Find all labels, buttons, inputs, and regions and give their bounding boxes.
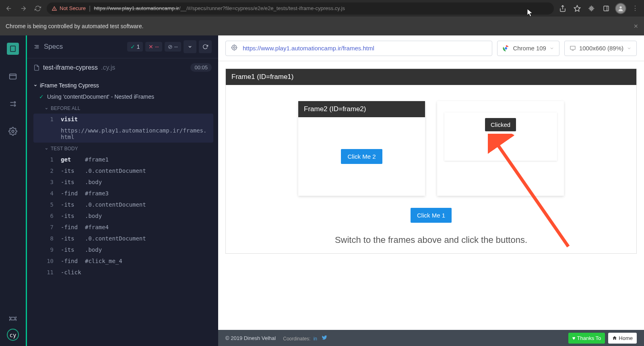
cypress-icon-sidebar: cy (0, 35, 26, 346)
automation-banner: Chrome is being controlled by automated … (0, 17, 644, 35)
svg-point-9 (14, 105, 16, 106)
extensions-icon[interactable] (586, 3, 597, 14)
debug-nav-icon[interactable] (7, 98, 19, 110)
frame4: Clicked (444, 112, 557, 161)
copyright-text: © 2019 Dinesh Velhal (225, 335, 276, 341)
pass-count: ✓1 (127, 42, 143, 52)
reload-button[interactable] (32, 3, 43, 14)
command-row[interactable]: 7-find#frame4 (33, 222, 218, 233)
thanks-button[interactable]: ♥ Thanks To (568, 333, 605, 344)
mouse-cursor-icon (527, 9, 534, 17)
clicked-button[interactable]: Clicked (485, 118, 516, 131)
command-row[interactable]: 8-its.0.contentDocument (33, 233, 218, 244)
back-button[interactable] (3, 3, 14, 14)
app-url-text: https://www.play1.automationcamp.ir/fram… (243, 45, 374, 52)
command-row[interactable]: 10-find#click_me_4 (33, 255, 218, 267)
linkedin-icon[interactable]: in (314, 336, 317, 342)
browser-selector[interactable]: Chrome 109 (497, 41, 559, 56)
specs-heading: Specs (33, 43, 63, 51)
runs-nav-icon[interactable] (7, 71, 19, 82)
profile-avatar-icon (616, 4, 625, 13)
home-button[interactable]: Home (608, 333, 637, 344)
cypress-command-panel: Specs ✓1 ✕-- ⊘-- test-iframe-cypress.cy.… (26, 35, 218, 346)
not-secure-badge: Not Secure (52, 5, 86, 11)
url-text: https://www.play1.automationcamp.ir/__/#… (94, 5, 345, 11)
svg-point-10 (12, 130, 14, 133)
fail-count: ✕-- (145, 42, 162, 52)
test-body-label: TEST BODY (33, 143, 218, 154)
app-footer: © 2019 Dinesh Velhal Coordinates: in ♥ T… (218, 330, 644, 346)
pending-count: ⊘-- (165, 42, 181, 52)
banner-close-icon[interactable]: ✕ (634, 23, 638, 29)
svg-rect-0 (604, 6, 609, 11)
svg-point-8 (14, 102, 16, 104)
frame1: Frame1 (ID=frame1) Frame2 (ID=frame2) Cl… (225, 68, 637, 254)
check-icon: ✓ (39, 93, 44, 100)
click-me-1-button[interactable]: Click Me 1 (411, 208, 452, 223)
svg-rect-3 (10, 46, 15, 52)
command-row[interactable]: 1get#frame1 (33, 154, 218, 165)
command-row[interactable]: 1visithttps://www.play1.automationcamp.i… (33, 114, 213, 143)
command-row[interactable]: 4-find#frame3 (33, 188, 218, 199)
before-all-label: BEFORE ALL (33, 102, 218, 114)
svg-rect-24 (570, 46, 575, 49)
settings-nav-icon[interactable] (7, 126, 19, 137)
svg-point-23 (505, 47, 507, 50)
app-url-box[interactable]: https://www.play1.automationcamp.ir/fram… (225, 41, 492, 56)
frame2-header: Frame2 (ID=frame2) (298, 101, 425, 117)
profile-button[interactable] (615, 3, 626, 14)
click-me-2-button[interactable]: Click Me 2 (341, 149, 382, 164)
suite-title[interactable]: iFrame Testing Cypress (33, 80, 218, 91)
svg-point-2 (619, 6, 621, 8)
viewport-selector[interactable]: 1000x660 (89%) (564, 41, 637, 56)
frame2: Frame2 (ID=frame2) Click Me 2 (298, 101, 425, 196)
twitter-icon[interactable] (322, 336, 327, 342)
command-row[interactable]: 2-its.0.contentDocument (33, 165, 218, 176)
command-row[interactable]: 9-its.body (33, 244, 218, 255)
panel-icon[interactable] (601, 3, 612, 14)
keyboard-icon[interactable] (9, 315, 17, 323)
command-row[interactable]: 5-its.0.contentDocument (33, 199, 218, 210)
test-title[interactable]: ✓ Using 'contentDocument' - Nested iFram… (33, 91, 218, 102)
command-row[interactable]: 11-click (33, 267, 218, 278)
selector-playground-icon[interactable] (231, 44, 238, 53)
rerun-button[interactable] (199, 40, 212, 53)
menu-icon[interactable]: ⋮ (630, 3, 641, 14)
specs-nav-icon[interactable] (7, 43, 19, 55)
frame1-header: Frame1 (ID=frame1) (226, 69, 636, 85)
svg-point-17 (233, 46, 235, 48)
instruction-text: Switch to the frames above and click the… (335, 235, 527, 245)
bookmark-icon[interactable] (572, 3, 583, 14)
command-row[interactable]: 3-its.body (33, 176, 218, 188)
forward-button[interactable] (18, 3, 29, 14)
spec-file-row[interactable]: test-iframe-cypress.cy.js 00:05 (27, 58, 218, 77)
expand-button[interactable] (184, 40, 196, 53)
share-icon[interactable] (557, 3, 568, 14)
frame3: Clicked (437, 101, 564, 196)
svg-rect-4 (10, 74, 17, 79)
cypress-logo-icon: cy (6, 328, 19, 341)
svg-point-16 (232, 45, 237, 50)
browser-toolbar: Not Secure | https://www.play1.automatio… (0, 0, 644, 17)
timer-badge: 00:05 (190, 63, 212, 72)
command-row[interactable]: 6-its.body (33, 210, 218, 222)
url-bar[interactable]: Not Secure | https://www.play1.automatio… (47, 2, 554, 15)
svg-text:cy: cy (10, 332, 17, 338)
app-preview-area: https://www.play1.automationcamp.ir/fram… (218, 35, 644, 346)
